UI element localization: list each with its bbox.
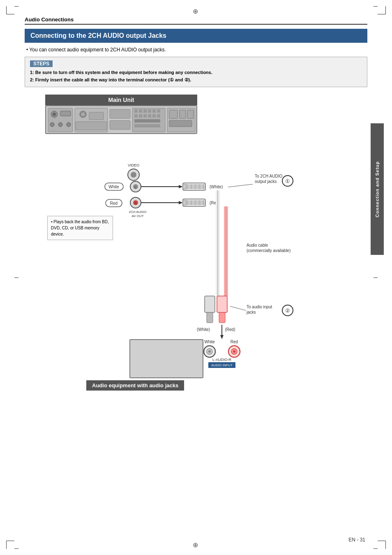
svg-text:①: ① — [285, 178, 290, 184]
svg-marker-50 — [179, 201, 183, 204]
svg-rect-68 — [190, 200, 192, 205]
step2: 2: Firmly insert the cable all the way i… — [30, 77, 191, 82]
svg-rect-71 — [196, 200, 198, 205]
svg-text:(commercially available): (commercially available) — [247, 248, 291, 253]
svg-text:R: R — [134, 202, 136, 205]
svg-rect-90 — [217, 296, 227, 312]
svg-rect-88 — [205, 296, 215, 312]
page-num: 31 — [360, 537, 365, 543]
svg-rect-58 — [192, 184, 194, 189]
corner-mark-tr — [378, 6, 386, 14]
audio-device-box — [129, 339, 203, 378]
svg-rect-72 — [198, 200, 201, 205]
svg-rect-73 — [201, 200, 203, 205]
page-number: EN - 31 — [348, 537, 365, 543]
side-lines-right — [374, 6, 378, 549]
svg-text:To audio input: To audio input — [247, 305, 272, 309]
bottom-label: Audio equipment with audio jacks — [86, 380, 184, 391]
reg-mark-bottom — [193, 541, 199, 548]
bullet-text: • You can connect audio equipment to 2CH… — [25, 47, 367, 53]
page-num-label: EN - — [348, 537, 360, 543]
svg-text:To 2CH AUDIO: To 2CH AUDIO — [255, 174, 282, 178]
svg-text:2CH AUDIO: 2CH AUDIO — [129, 210, 146, 214]
svg-rect-62 — [201, 184, 203, 189]
svg-text:jacks: jacks — [246, 310, 256, 314]
svg-rect-69 — [192, 200, 194, 205]
svg-rect-89 — [207, 312, 213, 323]
main-heading: Connecting to the 2CH AUDIO output Jacks — [25, 29, 367, 43]
side-lines-left — [14, 6, 18, 549]
svg-rect-70 — [194, 200, 196, 205]
section-title: Audio Connections — [25, 16, 74, 23]
svg-text:Audio cable: Audio cable — [247, 243, 268, 247]
svg-text:L: L — [135, 186, 136, 189]
note-box: • Plays back the audio from BD, DVD, CD,… — [47, 216, 113, 240]
svg-rect-66 — [186, 200, 188, 205]
svg-text:(White): (White) — [197, 327, 210, 332]
svg-text:VIDEO: VIDEO — [128, 163, 139, 167]
svg-rect-91 — [219, 312, 225, 323]
svg-line-98 — [230, 306, 246, 310]
svg-point-36 — [131, 172, 136, 178]
svg-line-79 — [228, 184, 253, 187]
svg-text:White: White — [204, 340, 215, 344]
svg-text:output jacks: output jacks — [255, 179, 277, 184]
note-text: • Plays back the audio from BD, DVD, CD,… — [51, 220, 109, 236]
svg-text:White: White — [108, 185, 119, 189]
corner-mark-tl — [6, 6, 14, 14]
svg-rect-65 — [183, 200, 186, 205]
svg-text:Red: Red — [231, 340, 238, 344]
svg-text:(Red): (Red) — [225, 327, 235, 332]
svg-rect-56 — [188, 184, 190, 189]
svg-point-103 — [208, 350, 211, 353]
svg-rect-74 — [203, 200, 205, 205]
svg-text:AUDIO INPUT: AUDIO INPUT — [211, 363, 233, 367]
svg-point-106 — [233, 350, 235, 353]
svg-rect-67 — [188, 200, 190, 205]
svg-text:②: ② — [285, 308, 290, 314]
page: Audio Connections Connecting to the 2CH … — [0, 0, 392, 555]
corner-mark-bl — [6, 541, 14, 549]
svg-text:(White): (White) — [210, 185, 223, 189]
svg-rect-55 — [186, 184, 188, 189]
svg-text:L-AUDIO-R: L-AUDIO-R — [212, 358, 232, 362]
reg-mark-top — [193, 7, 199, 14]
svg-rect-57 — [190, 184, 192, 189]
sidebar-panel: Connection and Setup — [371, 123, 384, 255]
svg-rect-61 — [198, 184, 201, 189]
svg-text:Red: Red — [110, 201, 118, 206]
steps-label: STEPS — [30, 60, 53, 67]
svg-text:AV OUT: AV OUT — [131, 214, 143, 218]
corner-mark-br — [378, 541, 386, 549]
svg-rect-63 — [203, 184, 205, 189]
sidebar-text: Connection and Setup — [375, 161, 380, 217]
svg-rect-59 — [194, 184, 196, 189]
step1: 1: Be sure to turn off this system and t… — [30, 70, 212, 75]
svg-marker-43 — [179, 185, 183, 188]
steps-box: STEPS 1: Be sure to turn off this system… — [25, 57, 367, 87]
diagram-container: Main Unit — [25, 95, 367, 374]
svg-rect-60 — [196, 184, 198, 189]
svg-rect-54 — [183, 184, 186, 189]
steps-content: 1: Be sure to turn off this system and t… — [30, 69, 362, 83]
svg-marker-95 — [220, 335, 224, 339]
